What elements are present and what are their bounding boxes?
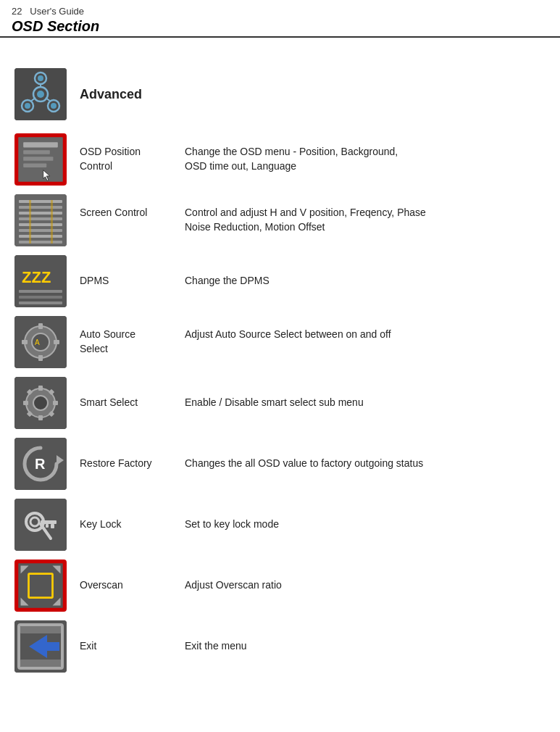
smart-select-desc: Enable / Disable smart select sub menu (185, 396, 538, 410)
svg-rect-15 (23, 150, 50, 154)
svg-rect-47 (38, 415, 43, 420)
key-lock-name: Key Lock (80, 517, 185, 532)
svg-rect-39 (38, 355, 43, 361)
svg-rect-27 (19, 241, 62, 244)
svg-rect-34 (19, 301, 62, 304)
overscan-name: Overscan (80, 578, 185, 593)
svg-rect-28 (29, 200, 31, 244)
svg-rect-38 (38, 323, 43, 329)
section-heading: Advanced (14, 68, 538, 120)
auto-source-desc: Adjust Auto Source Select between on and… (185, 328, 538, 356)
exit-icon (14, 620, 67, 673)
svg-rect-61 (51, 524, 54, 528)
osd-position-row: OSD PositionControl Change the OSD menu … (14, 133, 538, 186)
exit-desc: Exit the menu (185, 639, 538, 654)
svg-rect-40 (22, 340, 28, 344)
dpms-row: ZZZ DPMS Change the DPMS (14, 255, 538, 307)
svg-text:A: A (35, 338, 40, 346)
osd-position-desc: Change the OSD menu - Position, Backgrou… (185, 145, 538, 173)
svg-rect-22 (19, 212, 62, 215)
auto-source-text: Auto SourceSelect Adjust Auto Source Sel… (80, 328, 538, 356)
svg-rect-62 (46, 524, 49, 528)
svg-rect-32 (19, 290, 62, 293)
key-lock-row: Key Lock Set to key lock mode (14, 499, 538, 551)
overscan-icon (14, 560, 67, 612)
section-label: Advanced (80, 87, 142, 102)
svg-rect-29 (51, 200, 53, 244)
exit-name: Exit (80, 639, 185, 654)
screen-control-text: Screen Control Control and adjust H and … (80, 206, 538, 234)
svg-rect-60 (41, 520, 57, 524)
restore-factory-desc: Changes the all OSD value to factory out… (185, 457, 538, 471)
restore-factory-text: Restore Factory Changes the all OSD valu… (80, 457, 538, 471)
overscan-desc: Adjust Overscan ratio (185, 578, 538, 593)
exit-text: Exit Exit the menu (80, 639, 538, 654)
svg-point-6 (25, 103, 30, 109)
dpms-name: DPMS (80, 274, 185, 288)
screen-control-row: Screen Control Control and adjust H and … (14, 194, 538, 246)
content-area: Advanced OSD PositionControl Change the … (0, 39, 560, 696)
dpms-icon: ZZZ (14, 255, 67, 307)
restore-factory-row: R Restore Factory Changes the all OSD va… (14, 438, 538, 490)
dpms-desc: Change the DPMS (185, 274, 538, 288)
svg-rect-74 (20, 626, 61, 633)
auto-source-row: A Auto SourceSelect Adjust Auto Source S… (14, 316, 538, 368)
svg-text:ZZZ: ZZZ (22, 268, 51, 286)
svg-rect-33 (19, 296, 62, 299)
svg-rect-20 (19, 200, 62, 203)
key-lock-desc: Set to key lock mode (185, 517, 538, 532)
smart-select-icon (14, 377, 67, 429)
svg-rect-25 (19, 229, 62, 232)
svg-rect-24 (19, 223, 62, 226)
key-lock-icon (14, 499, 67, 551)
svg-rect-23 (19, 217, 62, 220)
svg-rect-16 (23, 157, 53, 161)
page-title: OSD Section (12, 18, 548, 35)
key-lock-text: Key Lock Set to key lock mode (80, 517, 538, 532)
exit-row: Exit Exit the menu (14, 620, 538, 673)
screen-control-desc: Control and adjust H and V position, Fre… (185, 206, 538, 234)
svg-rect-75 (20, 660, 61, 667)
smart-select-name: Smart Select (80, 396, 185, 410)
svg-rect-26 (19, 235, 62, 238)
svg-point-2 (37, 91, 44, 98)
overscan-text: Overscan Adjust Overscan ratio (80, 578, 538, 593)
advanced-icon (14, 68, 67, 120)
dpms-text: DPMS Change the DPMS (80, 274, 538, 288)
svg-point-45 (33, 396, 48, 410)
smart-select-text: Smart Select Enable / Disable smart sele… (80, 396, 538, 410)
auto-source-name: Auto SourceSelect (80, 328, 185, 356)
overscan-row: Overscan Adjust Overscan ratio (14, 560, 538, 612)
svg-rect-14 (23, 142, 58, 147)
auto-source-icon: A (14, 316, 67, 368)
osd-position-text: OSD PositionControl Change the OSD menu … (80, 145, 538, 173)
restore-factory-name: Restore Factory (80, 457, 185, 471)
svg-point-8 (51, 103, 57, 109)
svg-text:R: R (35, 456, 46, 472)
svg-point-4 (38, 75, 43, 81)
svg-rect-46 (38, 386, 43, 391)
restore-factory-icon: R (14, 438, 67, 490)
osd-position-name: OSD PositionControl (80, 145, 185, 173)
screen-control-name: Screen Control (80, 206, 185, 234)
osd-position-icon (14, 133, 67, 186)
page-number: 22 User's Guide (12, 6, 548, 17)
svg-rect-17 (23, 164, 46, 168)
smart-select-row: Smart Select Enable / Disable smart sele… (14, 377, 538, 429)
svg-rect-41 (54, 340, 59, 344)
svg-rect-49 (53, 401, 58, 405)
svg-rect-48 (23, 401, 28, 405)
page-header: 22 User's Guide OSD Section (0, 0, 560, 38)
svg-rect-21 (19, 206, 62, 209)
screen-control-icon (14, 194, 67, 246)
